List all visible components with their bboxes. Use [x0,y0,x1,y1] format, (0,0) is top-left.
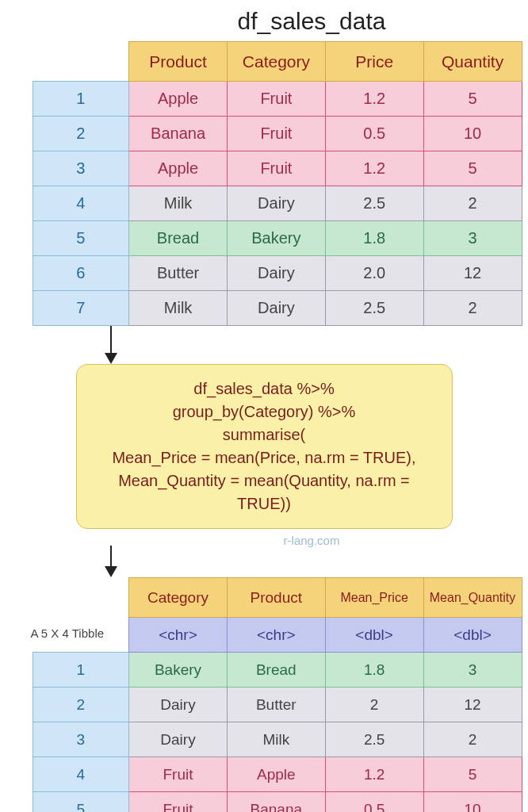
row-index: 5 [33,792,129,813]
row-index: 1 [33,82,129,117]
data-cell: Dairy [129,688,228,722]
type-cell: <dbl> [325,618,423,653]
input-table: Product Category Price Quantity 1AppleFr… [33,41,522,326]
code-line: df_sales_data %>% [91,377,438,400]
row-index: 5 [33,221,129,256]
data-cell: 3 [423,221,522,256]
data-cell: Dairy [129,722,228,757]
data-cell: Milk [227,722,325,757]
data-cell: Bakery [227,221,325,256]
code-line: summarise( [91,423,438,446]
table-row: 3AppleFruit1.25 [33,151,522,186]
data-cell: 5 [423,82,522,117]
data-cell: 2 [423,291,522,326]
output-table: A 5 X 4 Tibble Category Product Mean_Pri… [33,577,522,812]
data-cell: Bread [227,653,325,688]
data-cell: Butter [227,688,325,722]
data-cell: 3 [423,653,522,688]
data-cell: 1.8 [325,653,423,688]
t2-header: Mean_Quantity [423,578,522,618]
data-cell: 2 [423,722,522,757]
data-cell: Apple [227,757,325,792]
data-cell: 0.5 [325,117,423,151]
row-index: 2 [33,117,129,151]
data-cell: 2.5 [325,291,423,326]
table-row: 4MilkDairy2.52 [33,186,522,221]
data-cell: Dairy [227,291,325,326]
data-cell: Apple [129,82,228,117]
row-index: 1 [33,653,129,688]
data-cell: Fruit [129,757,228,792]
type-cell: <chr> [227,618,325,653]
data-cell: 2.5 [325,186,423,221]
data-cell: Banana [227,792,325,813]
data-cell: Dairy [227,186,325,221]
data-cell: 2 [423,186,522,221]
data-cell: 2.5 [325,722,423,757]
table-row: 1AppleFruit1.25 [33,82,522,117]
type-cell: <dbl> [423,618,522,653]
table-row: 1BakeryBread1.83 [33,653,522,688]
code-line: group_by(Category) %>% [91,400,438,423]
data-cell: 2 [325,688,423,722]
data-cell: 12 [423,256,522,291]
row-index: 7 [33,291,129,326]
data-cell: Milk [129,186,228,221]
data-cell: Banana [129,117,228,151]
arrow-down-icon [95,546,127,577]
code-line: Mean_Quantity = mean(Quantity, na.rm = T… [91,469,438,515]
data-cell: 1.8 [325,221,423,256]
data-cell: Butter [129,256,228,291]
data-cell: Fruit [227,82,325,117]
type-cell: <chr> [129,618,228,653]
row-index: 2 [33,688,129,722]
row-index: 3 [33,151,129,186]
table-row: 2BananaFruit0.510 [33,117,522,151]
table-row: 4FruitApple1.25 [33,757,522,792]
data-cell: Apple [129,151,228,186]
row-index: 4 [33,757,129,792]
t2-header: Mean_Price [325,578,423,618]
t2-header: Product [227,578,325,618]
t2-header: Category [129,578,228,618]
data-cell: 1.2 [325,82,423,117]
data-cell: 10 [423,117,522,151]
row-index: 4 [33,186,129,221]
data-cell: Dairy [227,256,325,291]
table-row: 7MilkDairy2.52 [33,291,522,326]
type-row: <chr> <chr> <dbl> <dbl> [33,618,522,653]
data-cell: 0.5 [325,792,423,813]
data-cell: Bakery [129,653,228,688]
data-cell: 5 [423,757,522,792]
data-cell: 5 [423,151,522,186]
table-row: 2DairyButter212 [33,688,522,722]
tibble-label: A 5 X 4 Tibble [31,626,105,640]
data-cell: Fruit [129,792,228,813]
table-row: 5BreadBakery1.83 [33,221,522,256]
data-cell: 1.2 [325,151,423,186]
t1-header: Price [325,42,423,82]
row-index: 6 [33,256,129,291]
t1-header: Category [227,42,325,82]
data-cell: Bread [129,221,228,256]
arrow-down-icon [95,326,127,364]
table-row: 3DairyMilk2.52 [33,722,522,757]
svg-marker-3 [105,566,117,577]
table-row: 6ButterDairy2.012 [33,256,522,291]
data-cell: Milk [129,291,228,326]
svg-marker-1 [105,353,117,364]
row-index: 3 [33,722,129,757]
data-cell: 2.0 [325,256,423,291]
data-cell: Fruit [227,151,325,186]
t1-header: Quantity [423,42,522,82]
table-row: 5FruitBanana0.510 [33,792,522,813]
data-cell: Fruit [227,117,325,151]
data-cell: 1.2 [325,757,423,792]
data-cell: 10 [423,792,522,813]
watermark: r-lang.com [284,534,340,547]
data-cell: 12 [423,688,522,722]
page-title: df_sales_data [143,8,386,35]
t1-header: Product [129,42,228,82]
code-box: df_sales_data %>% group_by(Category) %>%… [76,364,453,529]
code-line: Mean_Price = mean(Price, na.rm = TRUE), [91,446,438,469]
